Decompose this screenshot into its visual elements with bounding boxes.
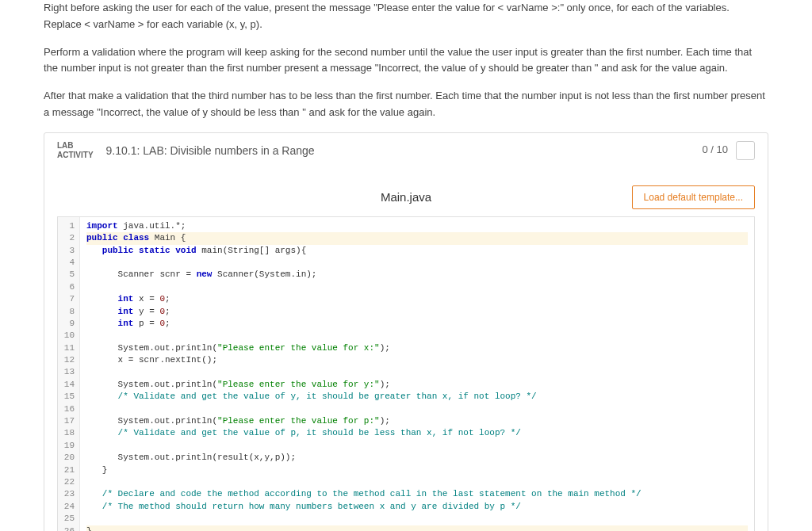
score-text: 0 / 10 bbox=[702, 142, 728, 159]
instruction-text: Right before asking the user for each of… bbox=[44, 0, 768, 121]
code-editor[interactable]: 1234567891011121314151617181920212223242… bbox=[57, 216, 755, 531]
instruction-p2: Perform a validation where the program w… bbox=[44, 44, 768, 78]
lab-tag: LAB ACTIVITY bbox=[57, 141, 94, 160]
file-header: Main.java Load default template... bbox=[57, 181, 755, 216]
activity-box: LAB ACTIVITY 9.10.1: LAB: Divisible numb… bbox=[44, 132, 768, 531]
activity-title: 9.10.1: LAB: Divisible numbers in a Rang… bbox=[106, 142, 315, 159]
file-name: Main.java bbox=[381, 188, 431, 207]
line-number-gutter: 1234567891011121314151617181920212223242… bbox=[58, 217, 80, 531]
instruction-p1: Right before asking the user for each of… bbox=[44, 0, 768, 33]
activity-header: LAB ACTIVITY 9.10.1: LAB: Divisible numb… bbox=[44, 133, 768, 169]
score-expand-button[interactable] bbox=[736, 141, 755, 160]
load-default-template-button[interactable]: Load default template... bbox=[632, 185, 755, 209]
instruction-p3: After that make a validation that the th… bbox=[44, 88, 768, 121]
code-content[interactable]: import java.util.*;public class Main { p… bbox=[80, 217, 754, 531]
